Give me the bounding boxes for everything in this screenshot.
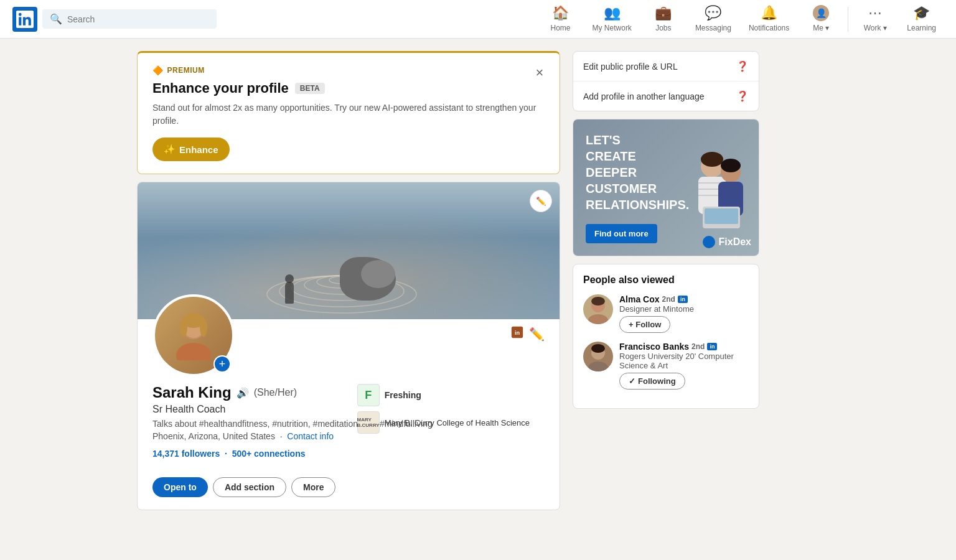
mary-curry-logo[interactable]: MARYB.CURRY: [357, 411, 380, 434]
plus-icon: +: [629, 320, 634, 329]
alma-cox-name: Alma Cox 2nd in: [619, 294, 749, 304]
premium-title: Enhance your profile BETA: [152, 80, 545, 96]
name-text: Sarah King: [152, 384, 232, 401]
nav-label-learning: Learning: [907, 24, 936, 32]
ad-cta-button[interactable]: Find out more: [586, 224, 657, 243]
edit-banner-button[interactable]: ✏️: [530, 190, 552, 212]
svg-point-26: [588, 314, 608, 324]
svg-point-22: [721, 159, 741, 172]
left-column: × 🔶 PREMIUM Enhance your profile BETA St…: [137, 51, 560, 510]
profile-links-card: Edit public profile & URL ❓ Add profile …: [573, 51, 759, 111]
navbar: 🔍 🏠 Home 👥 My Network 💼 Jobs 💬 Messaging…: [0, 0, 956, 39]
brand-name: FixDex: [719, 236, 751, 248]
home-icon: 🏠: [552, 5, 569, 21]
svg-point-11: [200, 319, 207, 337]
nav-label-notifications: Notifications: [749, 24, 789, 32]
notifications-icon: 🔔: [761, 5, 777, 21]
search-bar[interactable]: 🔍: [42, 9, 217, 29]
nav-item-home[interactable]: 🏠 Home: [539, 1, 583, 37]
freshing-name: Freshing: [385, 390, 421, 400]
nav-divider: [848, 7, 848, 32]
add-photo-button[interactable]: +: [213, 355, 231, 373]
more-button[interactable]: More: [291, 477, 335, 497]
gem-icon: 🔶: [152, 65, 164, 75]
nav-label-me: Me ▾: [813, 24, 829, 32]
nav-item-work[interactable]: ⋯ Work ▾: [853, 1, 897, 37]
nav-label-my-network: My Network: [593, 24, 632, 32]
people-also-viewed-title: People also viewed: [583, 274, 749, 286]
add-language-label: Add profile in another language: [583, 91, 705, 101]
ad-title: LET'S CREATE DEEPER CUSTOMER RELATIONSHI…: [586, 132, 674, 213]
francisco-banks-subtitle: Rogers University 20' Computer Science &…: [619, 352, 749, 370]
edit-profile-button[interactable]: ✏️: [529, 327, 545, 342]
search-input[interactable]: [67, 14, 209, 24]
profile-info-row: Sarah King 🔊 (She/Her) Sr Health Coach T…: [152, 384, 545, 469]
linkedin-logo[interactable]: [12, 7, 37, 32]
svg-point-29: [588, 362, 608, 371]
mary-curry-name: Mary B. Curry College of Health Science: [385, 418, 530, 427]
alma-cox-li-badge: in: [678, 296, 688, 303]
svg-text:in: in: [515, 330, 520, 336]
speaker-icon[interactable]: 🔊: [237, 387, 249, 399]
help-icon-edit-profile[interactable]: ❓: [736, 60, 749, 72]
ad-illustration: [681, 132, 756, 244]
help-icon-add-language[interactable]: ❓: [736, 90, 749, 102]
profile-body: + in ✏️ Sarah King: [138, 294, 560, 510]
svg-point-19: [701, 152, 723, 167]
add-language-item[interactable]: Add profile in another language ❓: [573, 82, 759, 111]
follow-alma-button[interactable]: + Follow: [619, 316, 670, 333]
alma-cox-degree: 2nd: [662, 295, 675, 304]
profile-buttons: Open to Add section More: [152, 477, 545, 497]
nav-item-me[interactable]: 👤 Me ▾: [799, 1, 843, 37]
nav-label-jobs: Jobs: [655, 24, 671, 32]
add-section-button[interactable]: Add section: [213, 477, 286, 497]
francisco-banks-name: Francisco Banks 2nd in: [619, 342, 749, 352]
close-button[interactable]: ×: [530, 63, 550, 83]
contact-info-link[interactable]: Contact info: [287, 431, 334, 441]
francisco-banks-name-text: Francisco Banks: [619, 342, 689, 352]
nav-item-jobs[interactable]: 💼 Jobs: [642, 1, 685, 37]
svg-point-30: [591, 344, 605, 353]
francisco-banks-avatar: [583, 342, 613, 371]
premium-badge: 🔶 PREMIUM: [152, 65, 545, 75]
person-row-alma-cox: Alma Cox 2nd in Designer at Mintome + Fo…: [583, 294, 749, 333]
enhance-button[interactable]: ✨ Enhance: [152, 138, 230, 161]
brand-dot-icon: [703, 236, 715, 248]
linkedin-share-button[interactable]: in: [510, 325, 524, 342]
ad-brand: FixDex: [703, 236, 751, 248]
following-francisco-button[interactable]: ✓ Following: [619, 373, 685, 390]
open-to-button[interactable]: Open to: [152, 477, 208, 497]
follow-alma-label: Follow: [635, 320, 661, 329]
nav-label-messaging: Messaging: [695, 24, 731, 32]
profile-stats: 14,371 followers · 500+ connections: [152, 449, 433, 459]
wand-icon: ✨: [164, 144, 176, 155]
my-network-icon: 👥: [604, 5, 621, 21]
enhance-label: Enhance: [179, 144, 218, 155]
pronouns-text: (She/Her): [254, 387, 297, 398]
nav-item-messaging[interactable]: 💬 Messaging: [688, 1, 739, 37]
nav-item-my-network[interactable]: 👥 My Network: [585, 1, 639, 37]
profile-companies: F Freshing MARYB.CURRY Mary B. Curry Col…: [357, 384, 530, 434]
following-francisco-label: Following: [638, 376, 676, 386]
premium-description: Stand out for almost 2x as many opportun…: [152, 101, 545, 128]
jobs-icon: 💼: [655, 5, 672, 21]
francisco-banks-degree: 2nd: [691, 342, 705, 351]
messaging-icon: 💬: [705, 5, 721, 21]
nav-item-learning[interactable]: 🎓 Learning: [899, 1, 944, 37]
nav-label-work: Work ▾: [864, 24, 887, 32]
right-column: Edit public profile & URL ❓ Add profile …: [573, 51, 759, 510]
company-row-mary-curry: MARYB.CURRY Mary B. Curry College of Hea…: [357, 411, 530, 434]
beta-tag: BETA: [295, 83, 325, 94]
followers-count[interactable]: 14,371 followers: [152, 449, 220, 459]
connections-count[interactable]: 500+ connections: [232, 449, 306, 459]
svg-point-7: [176, 343, 211, 360]
edit-public-profile-item[interactable]: Edit public profile & URL ❓: [573, 52, 759, 82]
freshing-logo[interactable]: F: [357, 384, 380, 406]
pencil-icon: ✏️: [536, 197, 546, 206]
premium-card: × 🔶 PREMIUM Enhance your profile BETA St…: [137, 51, 560, 174]
avatar-row: + in ✏️: [152, 294, 545, 376]
avatar: 👤: [813, 5, 829, 21]
nav-item-notifications[interactable]: 🔔 Notifications: [741, 1, 797, 37]
ad-card: LET'S CREATE DEEPER CUSTOMER RELATIONSHI…: [573, 119, 759, 256]
location-text: Phoenix, Arizona, United States: [152, 431, 275, 441]
